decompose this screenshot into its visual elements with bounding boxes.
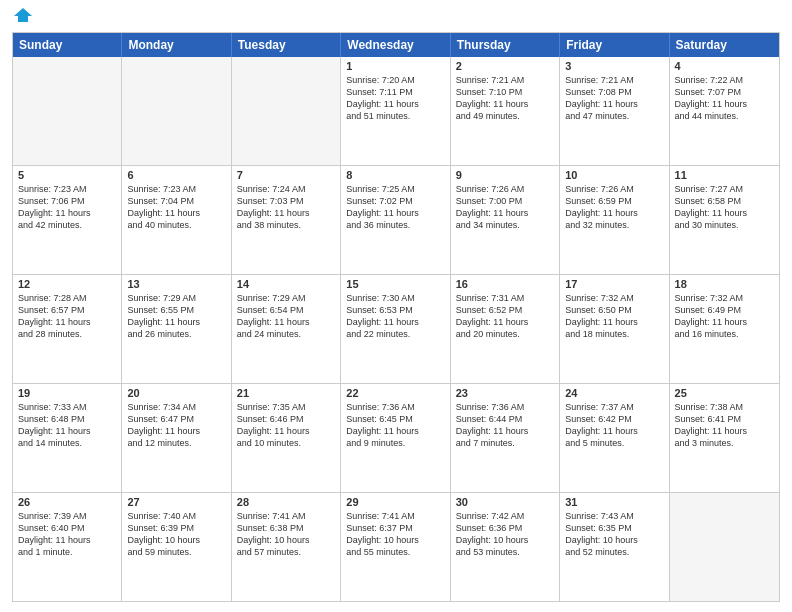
day-number: 31	[565, 496, 663, 508]
day-info-line-0: Sunrise: 7:35 AM	[237, 402, 306, 412]
day-info-line-1: Sunset: 6:45 PM	[346, 414, 413, 424]
calendar-cell-3-5: 24Sunrise: 7:37 AMSunset: 6:42 PMDayligh…	[560, 384, 669, 492]
day-info-line-1: Sunset: 6:40 PM	[18, 523, 85, 533]
day-info-line-1: Sunset: 6:58 PM	[675, 196, 742, 206]
calendar-cell-0-2	[232, 57, 341, 165]
day-info-line-3: and 59 minutes.	[127, 547, 191, 557]
day-info: Sunrise: 7:20 AMSunset: 7:11 PMDaylight:…	[346, 74, 444, 123]
day-info-line-0: Sunrise: 7:25 AM	[346, 184, 415, 194]
calendar-cell-4-5: 31Sunrise: 7:43 AMSunset: 6:35 PMDayligh…	[560, 493, 669, 601]
day-info-line-3: and 20 minutes.	[456, 329, 520, 339]
day-info-line-1: Sunset: 6:52 PM	[456, 305, 523, 315]
day-info-line-0: Sunrise: 7:38 AM	[675, 402, 744, 412]
day-info-line-0: Sunrise: 7:23 AM	[127, 184, 196, 194]
day-info-line-0: Sunrise: 7:32 AM	[565, 293, 634, 303]
calendar-cell-0-3: 1Sunrise: 7:20 AMSunset: 7:11 PMDaylight…	[341, 57, 450, 165]
day-info-line-0: Sunrise: 7:34 AM	[127, 402, 196, 412]
calendar-cell-4-2: 28Sunrise: 7:41 AMSunset: 6:38 PMDayligh…	[232, 493, 341, 601]
day-info-line-3: and 55 minutes.	[346, 547, 410, 557]
day-info-line-0: Sunrise: 7:21 AM	[456, 75, 525, 85]
day-info: Sunrise: 7:38 AMSunset: 6:41 PMDaylight:…	[675, 401, 774, 450]
day-number: 27	[127, 496, 225, 508]
day-info-line-3: and 36 minutes.	[346, 220, 410, 230]
calendar-cell-0-1	[122, 57, 231, 165]
day-number: 9	[456, 169, 554, 181]
day-info-line-1: Sunset: 6:55 PM	[127, 305, 194, 315]
day-info-line-1: Sunset: 7:04 PM	[127, 196, 194, 206]
calendar-row-4: 26Sunrise: 7:39 AMSunset: 6:40 PMDayligh…	[13, 493, 779, 601]
day-info-line-1: Sunset: 6:36 PM	[456, 523, 523, 533]
day-info: Sunrise: 7:41 AMSunset: 6:37 PMDaylight:…	[346, 510, 444, 559]
calendar-cell-4-4: 30Sunrise: 7:42 AMSunset: 6:36 PMDayligh…	[451, 493, 560, 601]
calendar-cell-1-6: 11Sunrise: 7:27 AMSunset: 6:58 PMDayligh…	[670, 166, 779, 274]
day-number: 19	[18, 387, 116, 399]
day-number: 11	[675, 169, 774, 181]
day-info-line-1: Sunset: 6:41 PM	[675, 414, 742, 424]
day-info-line-1: Sunset: 7:07 PM	[675, 87, 742, 97]
day-number: 18	[675, 278, 774, 290]
day-info: Sunrise: 7:29 AMSunset: 6:55 PMDaylight:…	[127, 292, 225, 341]
day-info-line-0: Sunrise: 7:20 AM	[346, 75, 415, 85]
calendar-cell-2-1: 13Sunrise: 7:29 AMSunset: 6:55 PMDayligh…	[122, 275, 231, 383]
day-info-line-2: Daylight: 11 hours	[565, 426, 638, 436]
day-info-line-3: and 10 minutes.	[237, 438, 301, 448]
day-info-line-3: and 52 minutes.	[565, 547, 629, 557]
day-info-line-3: and 12 minutes.	[127, 438, 191, 448]
page: SundayMondayTuesdayWednesdayThursdayFrid…	[0, 0, 792, 612]
day-number: 10	[565, 169, 663, 181]
day-info-line-2: Daylight: 11 hours	[565, 317, 638, 327]
day-info: Sunrise: 7:34 AMSunset: 6:47 PMDaylight:…	[127, 401, 225, 450]
day-info-line-3: and 51 minutes.	[346, 111, 410, 121]
day-number: 3	[565, 60, 663, 72]
calendar-cell-2-0: 12Sunrise: 7:28 AMSunset: 6:57 PMDayligh…	[13, 275, 122, 383]
day-info-line-3: and 7 minutes.	[456, 438, 515, 448]
day-number: 29	[346, 496, 444, 508]
calendar-cell-1-1: 6Sunrise: 7:23 AMSunset: 7:04 PMDaylight…	[122, 166, 231, 274]
day-info-line-1: Sunset: 6:46 PM	[237, 414, 304, 424]
day-info-line-2: Daylight: 11 hours	[346, 99, 419, 109]
day-info-line-3: and 34 minutes.	[456, 220, 520, 230]
calendar-cell-3-0: 19Sunrise: 7:33 AMSunset: 6:48 PMDayligh…	[13, 384, 122, 492]
calendar-cell-2-2: 14Sunrise: 7:29 AMSunset: 6:54 PMDayligh…	[232, 275, 341, 383]
day-info-line-2: Daylight: 10 hours	[565, 535, 638, 545]
day-info: Sunrise: 7:27 AMSunset: 6:58 PMDaylight:…	[675, 183, 774, 232]
day-info-line-2: Daylight: 11 hours	[127, 426, 200, 436]
day-number: 7	[237, 169, 335, 181]
day-info-line-1: Sunset: 6:37 PM	[346, 523, 413, 533]
day-info-line-3: and 26 minutes.	[127, 329, 191, 339]
calendar-header: SundayMondayTuesdayWednesdayThursdayFrid…	[13, 33, 779, 57]
day-info: Sunrise: 7:31 AMSunset: 6:52 PMDaylight:…	[456, 292, 554, 341]
day-info: Sunrise: 7:41 AMSunset: 6:38 PMDaylight:…	[237, 510, 335, 559]
day-info-line-0: Sunrise: 7:30 AM	[346, 293, 415, 303]
day-number: 20	[127, 387, 225, 399]
day-number: 14	[237, 278, 335, 290]
day-info: Sunrise: 7:35 AMSunset: 6:46 PMDaylight:…	[237, 401, 335, 450]
day-info-line-2: Daylight: 11 hours	[456, 208, 529, 218]
calendar-cell-3-1: 20Sunrise: 7:34 AMSunset: 6:47 PMDayligh…	[122, 384, 231, 492]
day-info-line-2: Daylight: 10 hours	[346, 535, 419, 545]
day-info-line-1: Sunset: 6:53 PM	[346, 305, 413, 315]
day-info-line-3: and 22 minutes.	[346, 329, 410, 339]
day-info-line-2: Daylight: 11 hours	[675, 99, 748, 109]
header-day-friday: Friday	[560, 33, 669, 57]
day-info-line-0: Sunrise: 7:22 AM	[675, 75, 744, 85]
day-info-line-3: and 28 minutes.	[18, 329, 82, 339]
day-info: Sunrise: 7:40 AMSunset: 6:39 PMDaylight:…	[127, 510, 225, 559]
calendar-cell-2-4: 16Sunrise: 7:31 AMSunset: 6:52 PMDayligh…	[451, 275, 560, 383]
day-info-line-1: Sunset: 7:03 PM	[237, 196, 304, 206]
day-info-line-2: Daylight: 10 hours	[237, 535, 310, 545]
day-info-line-3: and 14 minutes.	[18, 438, 82, 448]
day-info: Sunrise: 7:29 AMSunset: 6:54 PMDaylight:…	[237, 292, 335, 341]
day-info-line-0: Sunrise: 7:33 AM	[18, 402, 87, 412]
calendar: SundayMondayTuesdayWednesdayThursdayFrid…	[12, 32, 780, 602]
header-day-saturday: Saturday	[670, 33, 779, 57]
day-info-line-1: Sunset: 7:08 PM	[565, 87, 632, 97]
day-info-line-0: Sunrise: 7:31 AM	[456, 293, 525, 303]
day-info-line-0: Sunrise: 7:23 AM	[18, 184, 87, 194]
day-info-line-0: Sunrise: 7:36 AM	[346, 402, 415, 412]
day-info-line-0: Sunrise: 7:21 AM	[565, 75, 634, 85]
day-info-line-1: Sunset: 7:02 PM	[346, 196, 413, 206]
day-info-line-3: and 49 minutes.	[456, 111, 520, 121]
day-info-line-0: Sunrise: 7:29 AM	[237, 293, 306, 303]
day-info-line-3: and 9 minutes.	[346, 438, 405, 448]
